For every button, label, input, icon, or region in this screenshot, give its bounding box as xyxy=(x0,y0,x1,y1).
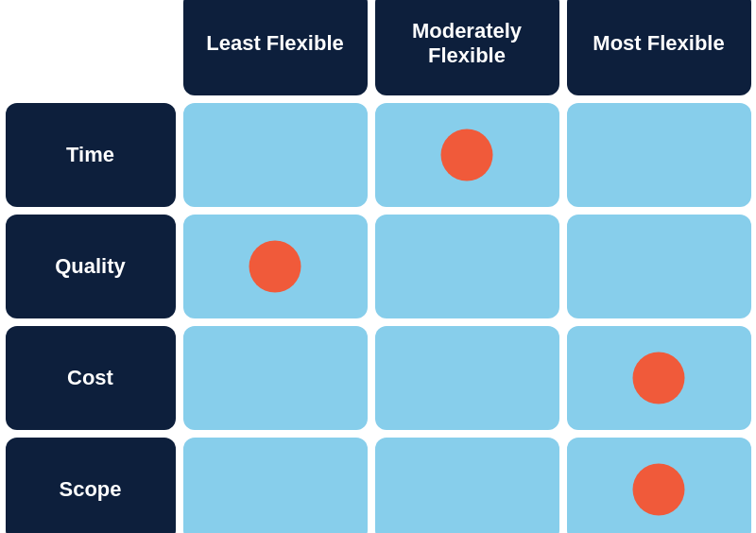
cell-time-most xyxy=(567,103,751,207)
cell-time-moderate xyxy=(375,103,559,207)
header-least-flexible: Least Flexible xyxy=(183,0,368,95)
row-label-scope: Scope xyxy=(6,438,176,533)
row-label-time: Time xyxy=(6,103,176,207)
cell-quality-least xyxy=(183,215,368,318)
empty-header xyxy=(6,0,176,95)
dot-scope-most xyxy=(633,464,685,516)
dot-quality-least xyxy=(249,241,301,293)
cell-cost-moderate xyxy=(375,326,559,430)
cell-scope-moderate xyxy=(375,438,559,533)
row-label-quality: Quality xyxy=(6,215,176,318)
row-label-cost: Cost xyxy=(6,326,176,430)
cell-scope-most xyxy=(567,438,751,533)
cell-time-least xyxy=(183,103,368,207)
header-moderately-flexible: Moderately Flexible xyxy=(375,0,559,95)
cell-cost-least xyxy=(183,326,368,430)
cell-quality-moderate xyxy=(375,215,559,318)
header-most-flexible: Most Flexible xyxy=(567,0,751,95)
dot-time-moderate xyxy=(441,129,493,181)
cell-cost-most xyxy=(567,326,751,430)
cell-quality-most xyxy=(567,215,751,318)
flexibility-grid: Least Flexible Moderately Flexible Most … xyxy=(0,0,756,533)
dot-cost-most xyxy=(633,352,685,404)
cell-scope-least xyxy=(183,438,368,533)
